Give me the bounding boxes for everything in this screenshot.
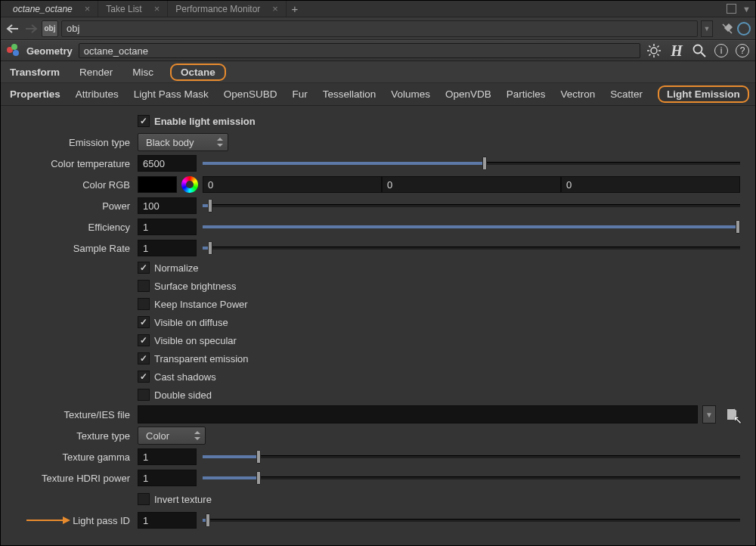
- node-name-field[interactable]: octane_octane: [79, 43, 640, 58]
- add-tab-button[interactable]: +: [287, 2, 303, 15]
- callout-arrow: [26, 510, 70, 531]
- samplerate-label: Sample Rate: [8, 243, 133, 254]
- texturefile-label: Texture/IES file: [8, 409, 133, 420]
- color-picker-icon[interactable]: [181, 176, 198, 193]
- subtab-opensubd[interactable]: OpenSUBD: [224, 88, 277, 100]
- color-b-value: 0: [566, 179, 572, 191]
- app-tab-octane[interactable]: octane_octane ×: [5, 1, 98, 17]
- power-field[interactable]: 100: [138, 197, 197, 214]
- flag-label-6: Cast shadows: [154, 371, 216, 383]
- color-r-value: 0: [208, 179, 213, 191]
- subtab-attributes[interactable]: Attributes: [76, 88, 119, 100]
- flag-checkbox-6[interactable]: [138, 371, 150, 383]
- lightpass-field[interactable]: 1: [138, 512, 197, 529]
- help-icon[interactable]: ?: [736, 44, 749, 57]
- app-tab-label: Take List: [106, 4, 141, 14]
- path-field[interactable]: obj: [61, 20, 698, 37]
- flag-checkbox-2[interactable]: [138, 298, 150, 310]
- tab-octane[interactable]: Octane: [170, 64, 226, 81]
- color-temp-value: 6500: [143, 158, 165, 169]
- color-temp-label: Color temperature: [8, 158, 133, 169]
- enable-emission-label: Enable light emission: [154, 116, 256, 127]
- lightpass-slider[interactable]: [203, 512, 740, 529]
- app-tabstrip: octane_octane × Take List × Performance …: [1, 1, 755, 17]
- close-icon[interactable]: ×: [154, 3, 160, 14]
- samplerate-value: 1: [143, 243, 148, 254]
- texgamma-slider[interactable]: [203, 448, 740, 465]
- main-tabs: Transform Render Misc Octane: [1, 61, 755, 83]
- flag-checkbox-1[interactable]: [138, 280, 150, 292]
- tab-render[interactable]: Render: [76, 64, 116, 80]
- file-chooser-button[interactable]: ↖: [723, 405, 740, 423]
- texgamma-field[interactable]: 1: [138, 448, 197, 465]
- color-b-field[interactable]: 0: [561, 176, 740, 193]
- texturetype-value: Color: [146, 430, 169, 442]
- flag-checkbox-3[interactable]: [138, 316, 150, 328]
- forward-button[interactable]: [23, 21, 39, 36]
- subtab-lightpassmask[interactable]: Light Pass Mask: [134, 88, 209, 100]
- app-tab-takelist[interactable]: Take List ×: [98, 1, 168, 17]
- color-g-field[interactable]: 0: [382, 176, 561, 193]
- color-temp-slider[interactable]: [203, 155, 740, 172]
- subtab-openvdb[interactable]: OpenVDB: [445, 88, 491, 100]
- subtab-particles[interactable]: Particles: [507, 88, 546, 100]
- pin-icon[interactable]: [720, 22, 734, 36]
- power-value: 100: [143, 200, 160, 212]
- flag-checkbox-7[interactable]: [138, 389, 150, 401]
- close-icon[interactable]: ×: [85, 3, 91, 14]
- efficiency-field[interactable]: 1: [138, 219, 197, 235]
- path-navbar: obj obj ▼: [1, 17, 755, 40]
- texhdri-slider[interactable]: [203, 470, 740, 486]
- tab-misc[interactable]: Misc: [129, 64, 156, 80]
- search-icon[interactable]: [692, 43, 707, 58]
- back-button[interactable]: [5, 21, 20, 36]
- texhdri-label: Texture HDRI power: [8, 473, 133, 484]
- path-value: obj: [67, 23, 79, 34]
- svg-line-5: [649, 46, 651, 48]
- node-type-icon[interactable]: obj: [42, 20, 58, 37]
- color-temp-field[interactable]: 6500: [138, 155, 197, 172]
- texhdri-value: 1: [143, 473, 148, 484]
- close-icon[interactable]: ×: [272, 3, 278, 14]
- node-name-value: octane_octane: [84, 45, 148, 57]
- node-header: Geometry octane_octane H i ?: [1, 40, 755, 61]
- houdini-help-icon[interactable]: H: [669, 43, 684, 58]
- maximize-icon[interactable]: [727, 4, 736, 14]
- geometry-icon: [7, 44, 20, 57]
- capture-icon[interactable]: [737, 22, 751, 36]
- texturefile-field[interactable]: [138, 405, 698, 423]
- subtab-properties[interactable]: Properties: [10, 88, 60, 100]
- subtab-lightemission[interactable]: Light Emission: [658, 85, 749, 103]
- samplerate-slider[interactable]: [203, 240, 740, 256]
- svg-line-7: [658, 46, 659, 48]
- texturetype-label: Texture type: [8, 430, 133, 442]
- flag-checkbox-5[interactable]: [138, 352, 150, 365]
- power-slider[interactable]: [203, 197, 740, 214]
- svg-point-0: [651, 48, 657, 54]
- gear-icon[interactable]: [646, 43, 662, 58]
- subtab-vectron[interactable]: Vectron: [561, 88, 596, 100]
- pane-menu-icon[interactable]: ▼: [742, 5, 751, 14]
- enable-emission-checkbox[interactable]: [138, 115, 150, 127]
- emission-type-dropdown[interactable]: Black body: [138, 133, 228, 151]
- app-tab-perfmon[interactable]: Performance Monitor ×: [168, 1, 287, 17]
- flag-label-3: Visible on diffuse: [154, 317, 228, 328]
- subtab-scatter[interactable]: Scatter: [610, 88, 643, 100]
- subtab-fur[interactable]: Fur: [292, 88, 307, 100]
- texhdri-field[interactable]: 1: [138, 470, 197, 486]
- texturetype-dropdown[interactable]: Color: [138, 427, 206, 445]
- flag-checkbox-0[interactable]: [138, 262, 150, 274]
- svg-point-9: [694, 45, 702, 54]
- subtab-volumes[interactable]: Volumes: [391, 88, 430, 100]
- samplerate-field[interactable]: 1: [138, 240, 197, 256]
- texturefile-history-dropdown[interactable]: ▼: [702, 405, 716, 423]
- info-icon[interactable]: i: [714, 44, 728, 57]
- efficiency-slider[interactable]: [203, 219, 740, 235]
- invert-texture-checkbox[interactable]: [138, 493, 150, 505]
- flag-checkbox-4[interactable]: [138, 334, 150, 346]
- color-swatch[interactable]: [138, 176, 177, 193]
- path-history-dropdown[interactable]: ▼: [701, 20, 713, 37]
- tab-transform[interactable]: Transform: [7, 64, 63, 80]
- subtab-tessellation[interactable]: Tessellation: [323, 88, 376, 100]
- color-r-field[interactable]: 0: [203, 176, 382, 193]
